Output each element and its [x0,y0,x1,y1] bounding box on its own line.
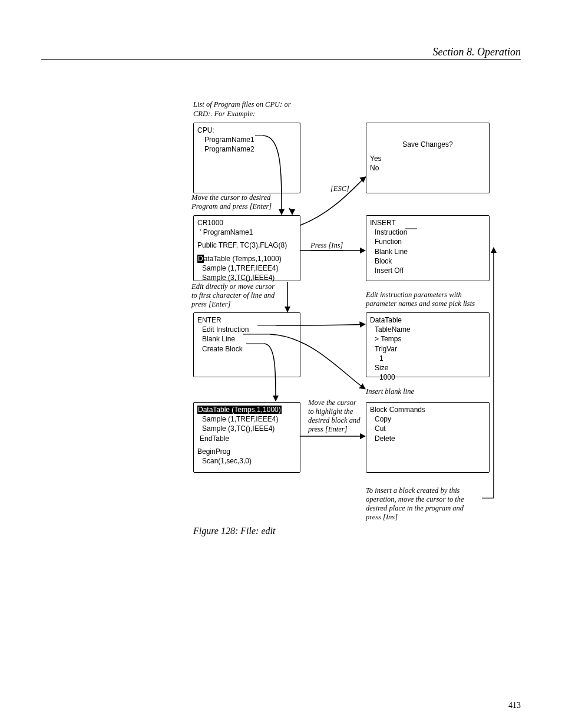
boxG-l5: 1 [370,354,485,363]
note-move-cursor: Move the cursor to desired Program and p… [191,193,292,211]
nA1: Move the cursor to desired [191,193,270,202]
note-edit-params: Edit instruction parameters with paramet… [366,291,501,308]
box-block-commands: Block Commands Copy Cut Delete [366,402,490,473]
boxF-l4: Blank Line [370,247,485,256]
box-insert-menu: INSERT Instruction Function Blank Line B… [366,215,490,281]
boxE-l1: Save Changes? [370,140,485,149]
nF1: Edit instruction parameters with [366,291,462,299]
boxG-l3: > Temps [370,334,485,344]
caption-top-line2: CRD:. For Example: [193,110,255,118]
boxB-l4-hl: D [197,255,204,263]
boxF-l5: Block [370,256,485,266]
boxA-l3: ProgramName2 [197,144,296,154]
lb4: press [Enter] [308,425,348,433]
boxH-l2: Copy [370,414,485,424]
boxH-l1: Block Commands [370,405,485,414]
box-enter-menu: ENTER Edit Instruction Blank Line Create… [193,312,300,377]
boxC-l3: Blank Line [197,334,296,344]
nB3: press [Enter] [191,300,231,308]
boxC-l1: ENTER [197,315,296,325]
boxD-l1-hl: DataTable (Temps,1,1000) [197,406,282,414]
boxH-l3: Cut [370,424,485,433]
section-header: Section 8. Operation [433,46,521,58]
boxG-l1: DataTable [370,315,485,325]
boxB-l5: Sample (1,TREF,IEEE4) [197,263,296,273]
header-rule [41,59,521,60]
nH1: To insert a block created by this [366,486,459,495]
boxB-l4: DataTable (Temps,1,1000) [197,254,296,263]
boxD-l4: EndTable [197,434,296,443]
nB1: Edit directly or move cursor [191,282,275,291]
boxG-l7: 1000 [370,373,485,382]
diagram: List of Program files on CPU: or CRD:. F… [193,100,500,525]
lb3: desired block and [308,416,360,424]
boxG-l6: Size [370,363,485,373]
note-insert-blank: Insert blank line [366,387,414,396]
boxD-l6: Scan(1,sec,3,0) [197,456,296,466]
page-number: 413 [508,701,521,710]
boxE-l3: No [370,163,485,173]
boxB-l1: CR1000 [197,218,296,228]
boxE-l2: Yes [370,154,485,163]
boxC-l2: Edit Instruction [197,325,296,334]
nH4: press [Ins] [366,513,398,521]
boxB-l6: Sample (3,TC(),IEEE4) [197,273,296,282]
boxC-l4: Create Block [197,344,296,354]
caption-top-line1: List of Program files on CPU: or [193,100,291,108]
boxG-l2: TableName [370,325,485,334]
boxD-l1: DataTable (Temps,1,1000) [197,405,296,414]
box-datatable-params: DataTable TableName > Temps TrigVar 1 Si… [366,312,490,377]
lb2: to highlight the [308,407,353,416]
boxF-l1: INSERT [370,218,485,228]
nF2: parameter names and some pick lists [366,299,475,308]
label-press-ins: Press [Ins] [310,241,343,251]
nB2: to first character of line and [191,291,275,299]
boxD-l2: Sample (1,TREF,IEEE4) [197,414,296,424]
nH3: desired place in the program and [366,504,464,512]
label-esc: [ESC] [330,185,349,193]
boxB-l3: Public TREF, TC(3),FLAG(8) [197,241,296,250]
box-editor: CR1000 ' ProgramName1 Public TREF, TC(3)… [193,215,300,281]
box-program-list: CPU: ProgramName1 ProgramName2 [193,123,300,193]
note-insert-block: To insert a block created by this operat… [366,486,490,522]
boxG-l4: TrigVar [370,344,485,354]
boxH-l4: Delete [370,434,485,443]
caption-top: List of Program files on CPU: or CRD:. F… [193,100,291,118]
boxD-l3: Sample (3,TC(),IEEE4) [197,424,296,433]
nH2: operation, move the cursor to the [366,495,464,503]
boxD-l5: BeginProg [197,447,296,456]
note-edit-directly: Edit directly or move cursor to first ch… [191,282,297,309]
box-save-changes: Save Changes? Yes No [366,123,490,193]
boxA-l2: ProgramName1 [197,135,296,144]
boxF-l6: Insert Off [370,266,485,275]
lb1: Move the cursor [308,398,356,407]
boxA-l1: CPU: [197,126,296,135]
boxB-l2: ' ProgramName1 [197,228,296,237]
label-highlight-block: Move the cursor to highlight the desired… [308,398,367,434]
boxB-l4b: ataTable (Temps,1,1000) [204,255,282,263]
nA2: Program and press [Enter] [191,202,272,210]
figure-caption: Figure 128: File: edit [193,526,275,536]
page: Section 8. Operation List of Program fil… [0,0,562,728]
boxF-l3: Function [370,237,485,246]
boxF-l2: Instruction [370,228,485,237]
box-block-select: DataTable (Temps,1,1000) Sample (1,TREF,… [193,402,300,473]
